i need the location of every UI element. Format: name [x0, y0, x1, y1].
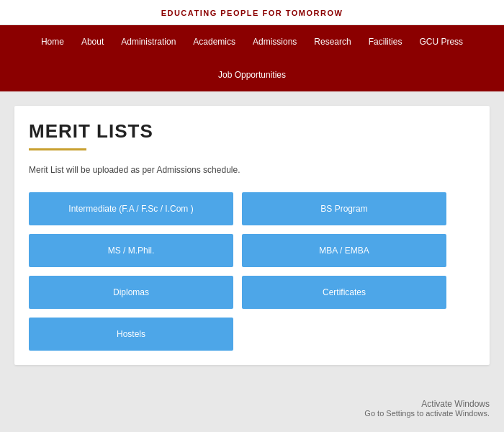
page-title: MERIT LISTS [29, 120, 475, 143]
nav-link-gcu-press[interactable]: GCU Press [410, 25, 472, 58]
btn-ms-mphil[interactable]: MS / M.Phil. [29, 234, 233, 267]
nav-link-admissions[interactable]: Admissions [244, 25, 305, 58]
btn-mba-emba[interactable]: MBA / EMBA [242, 234, 446, 267]
nav-item-home[interactable]: Home [32, 25, 73, 58]
nav-item-job-opportunities[interactable]: Job Opportunities [210, 58, 294, 91]
nav-item-administration[interactable]: Administration [112, 25, 184, 58]
btn-intermediate[interactable]: Intermediate (F.A / F.Sc / I.Com ) [29, 192, 233, 225]
main-content: MERIT LISTS Merit List will be uploaded … [14, 106, 490, 365]
nav-item-research[interactable]: Research [305, 25, 359, 58]
nav-item-facilities[interactable]: Facilities [360, 25, 411, 58]
nav-link-facilities[interactable]: Facilities [360, 25, 411, 58]
btn-hostels[interactable]: Hostels [29, 318, 233, 351]
nav-item-academics[interactable]: Academics [184, 25, 244, 58]
nav-item-about[interactable]: About [73, 25, 112, 58]
title-underline [29, 148, 86, 150]
btn-diplomas[interactable]: Diplomas [29, 276, 233, 309]
nav-link-research[interactable]: Research [305, 25, 359, 58]
nav-item-gcu-press[interactable]: GCU Press [410, 25, 472, 58]
nav-link-about[interactable]: About [73, 25, 112, 58]
nav-link-administration[interactable]: Administration [112, 25, 184, 58]
btn-certificates[interactable]: Certificates [242, 276, 446, 309]
nav-item-admissions[interactable]: Admissions [244, 25, 305, 58]
nav-list: Home About Administration Academics Admi… [0, 25, 504, 91]
nav-link-academics[interactable]: Academics [184, 25, 244, 58]
nav-link-home[interactable]: Home [32, 25, 73, 58]
watermark-title: Activate Windows [364, 399, 490, 409]
info-text: Merit List will be uploaded as per Admis… [29, 165, 475, 175]
tagline-bar: EDUCATING PEOPLE FOR TOMORROW [0, 0, 504, 25]
windows-watermark: Activate Windows Go to Settings to activ… [364, 399, 490, 418]
navigation: Home About Administration Academics Admi… [0, 25, 504, 91]
tagline-text: EDUCATING PEOPLE FOR TOMORROW [161, 9, 343, 17]
watermark-subtitle: Go to Settings to activate Windows. [364, 409, 490, 418]
btn-bs-program[interactable]: BS Program [242, 192, 446, 225]
merit-button-grid: Intermediate (F.A / F.Sc / I.Com ) BS Pr… [29, 192, 446, 351]
nav-link-job-opportunities[interactable]: Job Opportunities [210, 58, 294, 91]
